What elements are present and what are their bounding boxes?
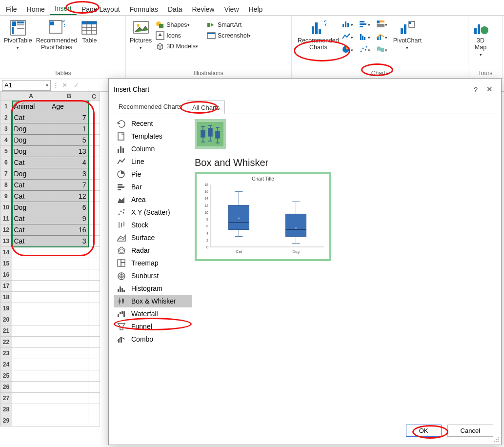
cell[interactable] bbox=[88, 292, 100, 303]
menu-data[interactable]: Data bbox=[163, 2, 187, 15]
chart-type-recent[interactable]: Recent bbox=[114, 117, 192, 130]
cell[interactable] bbox=[88, 269, 100, 281]
cell[interactable]: Cat bbox=[12, 191, 50, 202]
cell[interactable] bbox=[12, 281, 50, 292]
bar-chart-button[interactable] bbox=[358, 20, 371, 28]
cell[interactable]: 5 bbox=[50, 135, 88, 146]
cell[interactable]: 9 bbox=[50, 213, 88, 224]
row-header[interactable]: 19 bbox=[0, 303, 12, 314]
cell[interactable]: 3 bbox=[50, 236, 88, 247]
screenshot-button[interactable]: Screenshot bbox=[205, 30, 253, 41]
cell[interactable] bbox=[50, 314, 88, 325]
row-header[interactable]: 4 bbox=[0, 135, 12, 146]
cell[interactable] bbox=[88, 168, 100, 180]
cell[interactable] bbox=[12, 325, 50, 337]
column-header-C[interactable]: C bbox=[88, 92, 100, 101]
cell[interactable]: Dog bbox=[12, 135, 50, 146]
cell[interactable]: 3 bbox=[50, 168, 88, 180]
cell[interactable] bbox=[88, 146, 100, 157]
cell[interactable] bbox=[88, 202, 100, 213]
cell[interactable]: Animal bbox=[12, 101, 50, 112]
cell[interactable]: Dog bbox=[12, 123, 50, 135]
tab-recommended-charts[interactable]: Recommended Charts bbox=[114, 100, 187, 114]
cell[interactable] bbox=[88, 359, 100, 370]
cell[interactable] bbox=[88, 258, 100, 269]
row-header[interactable]: 1 bbox=[0, 101, 12, 112]
recommended-pivottables-button[interactable]: ? Recommended PivotTables bbox=[34, 18, 80, 52]
cell[interactable] bbox=[88, 191, 100, 202]
cell[interactable]: 6 bbox=[50, 202, 88, 213]
cell[interactable] bbox=[12, 359, 50, 370]
menu-review[interactable]: Review bbox=[187, 2, 220, 15]
row-header[interactable]: 14 bbox=[0, 247, 12, 258]
row-header[interactable]: 18 bbox=[0, 292, 12, 303]
combo-chart-button[interactable] bbox=[375, 32, 388, 41]
cell[interactable]: 16 bbox=[50, 224, 88, 236]
cell[interactable] bbox=[12, 348, 50, 359]
cell[interactable] bbox=[12, 337, 50, 348]
cell[interactable] bbox=[88, 112, 100, 123]
chart-type-radar[interactable]: Radar bbox=[114, 244, 192, 257]
cell[interactable] bbox=[12, 415, 50, 427]
cell[interactable] bbox=[50, 325, 88, 337]
select-all-triangle[interactable] bbox=[0, 92, 12, 101]
pictures-button[interactable]: Pictures bbox=[128, 18, 154, 52]
cell[interactable] bbox=[88, 415, 100, 427]
line-chart-button[interactable] bbox=[341, 32, 354, 41]
cell[interactable] bbox=[88, 325, 100, 337]
resize-grip[interactable] bbox=[492, 436, 499, 443]
cancel-button[interactable]: Cancel bbox=[447, 425, 493, 437]
cell[interactable] bbox=[88, 157, 100, 168]
menu-view[interactable]: View bbox=[219, 2, 243, 15]
menu-pagelayout[interactable]: Page Layout bbox=[77, 2, 125, 15]
cell[interactable] bbox=[88, 247, 100, 258]
cell[interactable] bbox=[50, 370, 88, 382]
cell[interactable]: Age bbox=[50, 101, 88, 112]
cell[interactable] bbox=[88, 337, 100, 348]
cell[interactable]: Cat bbox=[12, 224, 50, 236]
cell[interactable]: 12 bbox=[50, 191, 88, 202]
row-header[interactable]: 13 bbox=[0, 236, 12, 247]
row-header[interactable]: 25 bbox=[0, 370, 12, 382]
cell[interactable] bbox=[50, 382, 88, 393]
chart-type-combo[interactable]: Combo bbox=[114, 333, 192, 345]
cell[interactable]: 1 bbox=[50, 123, 88, 135]
row-header[interactable]: 12 bbox=[0, 224, 12, 236]
cell[interactable]: Dog bbox=[12, 202, 50, 213]
smartart-button[interactable]: SmartArt bbox=[205, 20, 253, 30]
cell[interactable] bbox=[88, 213, 100, 224]
chart-type-line[interactable]: Line bbox=[114, 155, 192, 168]
cell[interactable]: Dog bbox=[12, 146, 50, 157]
chart-type-area[interactable]: Area bbox=[114, 193, 192, 206]
cell[interactable] bbox=[88, 123, 100, 135]
cell[interactable] bbox=[88, 281, 100, 292]
row-header[interactable]: 2 bbox=[0, 112, 12, 123]
row-header[interactable]: 27 bbox=[0, 393, 12, 404]
cell[interactable] bbox=[88, 348, 100, 359]
cell[interactable] bbox=[88, 236, 100, 247]
chart-type-waterfall[interactable]: Waterfall bbox=[114, 307, 192, 320]
map-chart-button[interactable] bbox=[375, 45, 388, 54]
cell[interactable] bbox=[50, 247, 88, 258]
row-header[interactable]: 20 bbox=[0, 314, 12, 325]
row-header[interactable]: 10 bbox=[0, 202, 12, 213]
chart-type-x-y-scatter-[interactable]: X Y (Scatter) bbox=[114, 206, 192, 219]
cell[interactable]: 7 bbox=[50, 180, 88, 191]
row-header[interactable]: 28 bbox=[0, 404, 12, 415]
cell[interactable] bbox=[88, 180, 100, 191]
3dmodels-button[interactable]: 3D Models bbox=[154, 41, 200, 52]
cell[interactable]: Cat bbox=[12, 157, 50, 168]
menu-file[interactable]: File bbox=[1, 2, 22, 15]
cell[interactable] bbox=[50, 404, 88, 415]
chart-type-column[interactable]: Column bbox=[114, 142, 192, 155]
cell[interactable] bbox=[88, 393, 100, 404]
cell[interactable] bbox=[50, 359, 88, 370]
pie-chart-button[interactable] bbox=[341, 45, 354, 54]
row-header[interactable]: 17 bbox=[0, 281, 12, 292]
chart-type-treemap[interactable]: Treemap bbox=[114, 257, 192, 269]
row-header[interactable]: 6 bbox=[0, 157, 12, 168]
help-icon[interactable]: ? bbox=[469, 82, 483, 96]
cell[interactable] bbox=[88, 404, 100, 415]
row-header[interactable]: 3 bbox=[0, 123, 12, 135]
cell[interactable] bbox=[88, 101, 100, 112]
